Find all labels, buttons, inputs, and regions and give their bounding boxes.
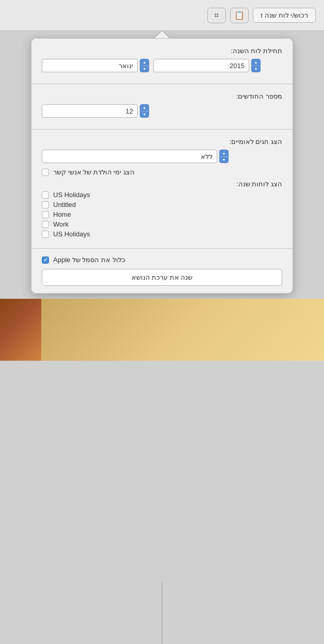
holidays-input[interactable] bbox=[42, 150, 217, 163]
calendar-item-row-1: Untitled bbox=[42, 201, 282, 208]
year-stepper-up[interactable]: ▲ bbox=[252, 59, 260, 66]
bottom-image-left bbox=[41, 299, 324, 361]
contacts-row: הצג ימי הולדת של אנשי קשר bbox=[42, 168, 282, 176]
month-stepper-input: ▲ ▼ bbox=[42, 59, 149, 72]
calendars-label: הצג לוחות שנה: bbox=[42, 180, 282, 188]
calendar-item-name-0: US Holidays bbox=[53, 191, 90, 199]
bottom-image-strip bbox=[0, 299, 324, 361]
section-start-year: תחילת לוח השנה: ▲ ▼ ▲ ▼ bbox=[31, 39, 293, 84]
holidays-stepper-down[interactable]: ▼ bbox=[220, 157, 228, 163]
calendar-checkbox-2[interactable] bbox=[42, 211, 49, 218]
months-stepper-up[interactable]: ▲ bbox=[140, 105, 149, 111]
year-stepper[interactable]: ▲ ▼ bbox=[251, 59, 261, 72]
apple-label: כלול את הסמל של Apple bbox=[53, 256, 125, 264]
section-months: מספר החודשים: ▲ ▼ bbox=[31, 84, 293, 129]
list-view-button[interactable]: 📋 bbox=[230, 8, 249, 23]
bottom-image-right bbox=[0, 299, 41, 361]
months-stepper[interactable]: ▲ ▼ bbox=[140, 104, 149, 118]
holidays-stepper[interactable]: ▲ ▼ bbox=[219, 150, 229, 163]
month-stepper[interactable]: ▲ ▼ bbox=[140, 59, 149, 72]
calendar-checkbox-3[interactable] bbox=[42, 221, 49, 228]
holidays-dropdown-row: ▲ ▼ bbox=[42, 150, 282, 163]
contacts-checkbox[interactable] bbox=[42, 169, 49, 176]
calendar-checkbox-1[interactable] bbox=[42, 201, 49, 208]
calendar-item-name-3: Work bbox=[53, 220, 69, 228]
holidays-stepper-up[interactable]: ▲ bbox=[220, 150, 228, 157]
calendar-checkbox-4[interactable] bbox=[42, 231, 49, 238]
popover-arrow-wrapper bbox=[0, 31, 324, 38]
calendar-list-section: הצג לוחות שנה: US Holidays Untitled Home… bbox=[42, 180, 282, 238]
layout-view-button[interactable]: ⌗ bbox=[207, 8, 226, 23]
nav-button[interactable]: רכוש/י לוח שנה ז bbox=[253, 8, 316, 23]
months-input[interactable] bbox=[42, 104, 138, 118]
contacts-label: הצג ימי הולדת של אנשי קשר bbox=[53, 168, 135, 176]
months-stepper-down[interactable]: ▼ bbox=[140, 111, 149, 118]
section-bottom: כלול את הסמל של Apple שנה את ערכת הנושא bbox=[31, 248, 293, 293]
popover-arrow bbox=[155, 31, 169, 38]
calendar-item-row-0: US Holidays bbox=[42, 191, 282, 199]
list-icon: 📋 bbox=[234, 10, 245, 20]
popover-panel: תחילת לוח השנה: ▲ ▼ ▲ ▼ מספר החודשים: bbox=[31, 38, 293, 294]
month-input[interactable] bbox=[42, 59, 138, 72]
reset-theme-button[interactable]: שנה את ערכת הנושא bbox=[42, 269, 282, 286]
calendar-item-name-2: Home bbox=[53, 211, 71, 218]
months-label: מספר החודשים: bbox=[42, 92, 282, 100]
calendar-item-name-1: Untitled bbox=[53, 201, 76, 208]
apple-logo-row: כלול את הסמל של Apple bbox=[42, 256, 282, 264]
year-input[interactable] bbox=[153, 59, 249, 72]
calendar-item-row-3: Work bbox=[42, 220, 282, 228]
month-stepper-up[interactable]: ▲ bbox=[140, 59, 149, 66]
apple-checkbox[interactable] bbox=[42, 256, 49, 264]
year-stepper-input: ▲ ▼ bbox=[153, 59, 261, 72]
holidays-label: הצג חגים לאומיים: bbox=[42, 138, 282, 146]
month-stepper-down[interactable]: ▼ bbox=[140, 66, 149, 72]
calendar-item-row-4: US Holidays bbox=[42, 230, 282, 238]
section-holidays: הצג חגים לאומיים: ▲ ▼ הצג ימי הולדת של א… bbox=[31, 129, 293, 248]
months-stepper-input: ▲ ▼ bbox=[42, 104, 149, 118]
calendar-item-name-4: US Holidays bbox=[53, 230, 90, 238]
top-bar: רכוש/י לוח שנה ז 📋 ⌗ bbox=[0, 0, 324, 31]
layout-icon: ⌗ bbox=[214, 11, 219, 20]
calendar-item-row-2: Home bbox=[42, 211, 282, 218]
calendar-checkbox-0[interactable] bbox=[42, 191, 49, 199]
year-stepper-down[interactable]: ▼ bbox=[252, 66, 260, 72]
start-label: תחילת לוח השנה: bbox=[42, 47, 282, 55]
